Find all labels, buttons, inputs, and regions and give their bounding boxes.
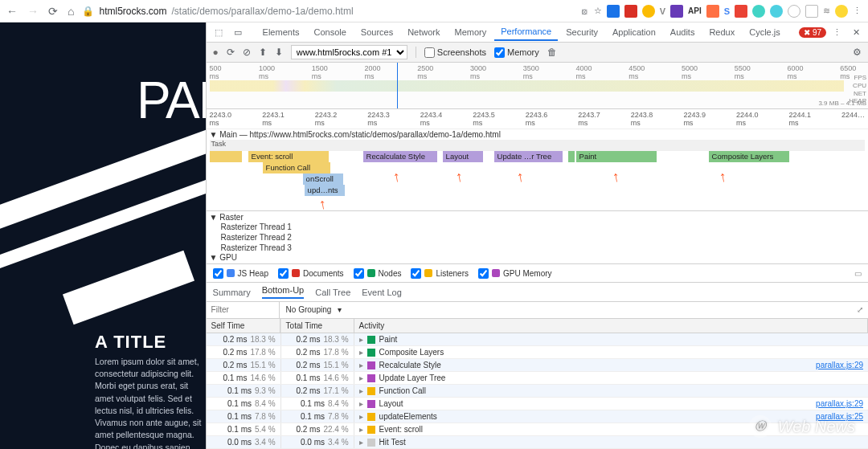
expand-icon[interactable]: ▭	[854, 269, 862, 278]
playhead[interactable]	[397, 63, 398, 108]
table-row[interactable]: 0.1 ms14.6 % 0.1 ms14.6 % ▸Update Layer …	[207, 372, 868, 385]
source-select[interactable]: www.html5rocks.com #1	[291, 45, 407, 59]
tab-call-tree[interactable]: Call Tree	[315, 288, 350, 297]
record-icon[interactable]: ●	[213, 47, 219, 58]
table-row[interactable]: 0.2 ms15.1 % 0.2 ms15.1 % ▸Recalculate S…	[207, 359, 868, 372]
flame-update-layer-tree[interactable]: Update …r Tree	[494, 151, 563, 162]
tab-memory[interactable]: Memory	[448, 24, 493, 40]
flame-block[interactable]	[210, 151, 242, 162]
ext-icon[interactable]	[670, 5, 683, 18]
filter-input[interactable]	[207, 303, 279, 316]
ext-icon[interactable]	[607, 5, 620, 18]
reload-icon[interactable]: ⟳	[48, 5, 58, 18]
error-badge[interactable]: ✖ 97	[799, 27, 826, 38]
mem-legend-item[interactable]: JS Heap	[213, 268, 268, 279]
mem-legend-item[interactable]: GPU Memory	[478, 268, 552, 279]
trash-icon[interactable]: 🗑	[547, 47, 557, 58]
clear-icon[interactable]: ⊘	[243, 47, 251, 58]
grouping-select[interactable]: No Grouping▾	[280, 305, 349, 314]
raster-thread[interactable]: Rasterizer Thread 1	[210, 222, 865, 232]
th-self-time[interactable]: Self Time	[207, 319, 280, 333]
tab-elements[interactable]: Elements	[256, 24, 306, 40]
ext-icon[interactable]	[835, 5, 848, 18]
device-icon[interactable]: ▭	[229, 27, 247, 38]
tab-security[interactable]: Security	[559, 24, 604, 40]
flame-function-call[interactable]: Function Call	[263, 162, 330, 173]
browser-toolbar: ← → ⟳ ⌂ 🔒 html5rocks.com/static/demos/pa…	[0, 0, 868, 22]
th-activity[interactable]: Activity	[354, 319, 868, 333]
ext-icon[interactable]: ≋	[823, 6, 830, 16]
tab-event-log[interactable]: Event Log	[362, 288, 402, 297]
tab-redux[interactable]: Redux	[702, 24, 741, 40]
main-thread-label[interactable]: ▼ Main — https://www.html5rocks.com/stat…	[207, 129, 868, 140]
decoration-bar	[63, 251, 194, 325]
ext-icon[interactable]	[735, 5, 747, 18]
flame-event-scroll[interactable]: Event: scroll	[248, 151, 329, 162]
star-icon[interactable]: ☆	[594, 6, 602, 16]
extension-icons: ⦻ ☆ V API S ≋ ⋮	[580, 5, 862, 18]
ext-icon[interactable]	[752, 5, 765, 18]
address-bar[interactable]: 🔒 html5rocks.com/static/demos/parallax/d…	[82, 6, 355, 17]
home-icon[interactable]: ⌂	[68, 5, 74, 18]
tab-cyclejs[interactable]: Cycle.js	[743, 24, 787, 40]
raster-section: ▼ Raster Rasterizer Thread 1 Rasterizer …	[207, 211, 868, 264]
mem-legend-item[interactable]: Documents	[278, 268, 344, 279]
ext-icon[interactable]	[642, 5, 655, 18]
tab-sources[interactable]: Sources	[354, 24, 399, 40]
ext-icon[interactable]: S	[724, 6, 730, 16]
ext-icon[interactable]	[624, 5, 637, 18]
more-icon[interactable]: ⋮	[828, 27, 846, 38]
translate-icon[interactable]: ⦻	[580, 6, 589, 16]
forward-icon[interactable]: →	[27, 5, 39, 18]
raster-thread[interactable]: Rasterizer Thread 2	[210, 232, 865, 243]
gpu-label[interactable]: ▼ GPU	[210, 253, 865, 262]
flame-onscroll[interactable]: onScroll	[303, 173, 343, 185]
ext-icon[interactable]: V	[660, 6, 665, 16]
table-row[interactable]: 0.2 ms17.8 % 0.2 ms17.8 % ▸Composite Lay…	[207, 346, 868, 359]
ext-icon[interactable]	[805, 5, 818, 18]
menu-icon[interactable]: ⋮	[853, 6, 862, 16]
raster-label[interactable]: ▼ Raster	[210, 213, 865, 222]
flame-layout[interactable]: Layout	[443, 151, 483, 162]
flame-paint[interactable]	[568, 151, 575, 162]
tab-summary[interactable]: Summary	[213, 288, 251, 297]
table-row[interactable]: 0.0 ms3.4 % 0.0 ms3.4 % ▸Hit Test	[207, 436, 868, 449]
back-icon[interactable]: ←	[6, 5, 18, 18]
url-path: /static/demos/parallax/demo-1a/demo.html	[172, 6, 354, 17]
flame-update-elements[interactable]: upd…nts	[305, 185, 345, 196]
overview-timeline[interactable]: 500 ms1000 ms1500 ms2000 ms2500 ms3000 m…	[207, 63, 868, 109]
table-row[interactable]: 0.1 ms8.4 % 0.1 ms8.4 % ▸Layout parallax…	[207, 398, 868, 410]
th-total-time[interactable]: Total Time	[280, 319, 354, 333]
expand-icon[interactable]: ⤢	[852, 305, 868, 314]
flame-composite-layers[interactable]: Composite Layers	[709, 151, 789, 162]
ext-icon[interactable]	[770, 5, 783, 18]
ext-icon[interactable]	[788, 5, 800, 18]
ext-icon[interactable]	[706, 5, 719, 18]
flame-paint[interactable]: Paint	[576, 151, 657, 162]
page-content: PARAL DEM A TITLE Lorem ipsum dolor sit …	[0, 22, 206, 449]
reload-record-icon[interactable]: ⟳	[227, 47, 235, 58]
tab-application[interactable]: Application	[606, 24, 662, 40]
table-row[interactable]: 0.2 ms18.3 % 0.2 ms18.3 % ▸Paint	[207, 333, 868, 346]
flame-chart[interactable]: Task Event: scroll Function Call onScrol…	[207, 140, 868, 211]
tab-console[interactable]: Console	[307, 24, 352, 40]
memory-toggle[interactable]: Memory	[494, 47, 539, 58]
devtools-panel: ⬚ ▭ Elements Console Sources Network Mem…	[206, 22, 868, 449]
download-icon[interactable]: ⬇	[275, 47, 283, 58]
tab-performance[interactable]: Performance	[494, 23, 558, 41]
tab-audits[interactable]: Audits	[664, 24, 702, 40]
ext-icon[interactable]: API	[688, 6, 702, 15]
mem-legend-item[interactable]: Listeners	[411, 268, 469, 279]
tab-network[interactable]: Network	[401, 24, 446, 40]
gear-icon[interactable]: ⚙	[853, 47, 862, 58]
close-icon[interactable]: ✕	[848, 27, 865, 38]
tab-bottom-up[interactable]: Bottom-Up	[262, 285, 305, 299]
upload-icon[interactable]: ⬆	[259, 47, 267, 58]
screenshots-toggle[interactable]: Screenshots	[424, 47, 486, 58]
mem-legend-item[interactable]: Nodes	[354, 268, 402, 279]
raster-thread[interactable]: Rasterizer Thread 3	[210, 243, 865, 253]
body-text: Lorem ipsum dolor sit amet, consectetur …	[95, 356, 206, 449]
table-row[interactable]: 0.1 ms9.3 % 0.2 ms17.1 % ▸Function Call	[207, 385, 868, 398]
inspect-icon[interactable]: ⬚	[210, 27, 227, 38]
flame-recalculate-style[interactable]: Recalculate Style	[363, 151, 437, 162]
